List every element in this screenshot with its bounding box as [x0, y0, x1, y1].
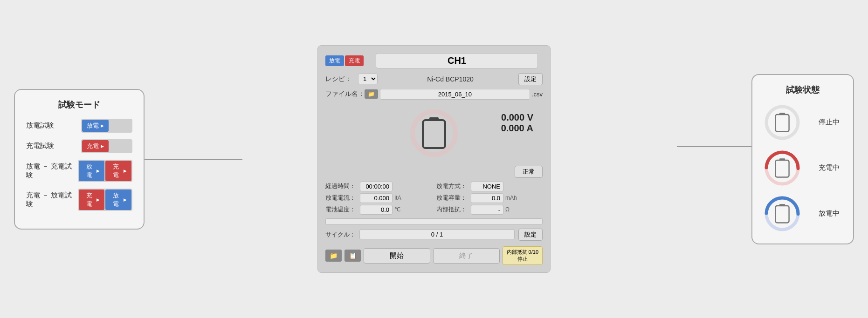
mode-label-charge: 充電試験 — [26, 142, 77, 150]
discharge-method-label: 放電方式： — [436, 182, 469, 190]
mode-label-charge-discharge: 充電 － 放電試験 — [26, 191, 78, 209]
charge-button-1[interactable]: 充電 — [82, 140, 109, 152]
discharge-button-1[interactable]: 放電 — [82, 120, 109, 132]
cycle-label: サイクル： — [325, 230, 356, 239]
voltage-current-display: 0.000 V 0.000 A — [501, 112, 533, 134]
mode-indicator: 放電 充電 — [325, 55, 364, 66]
svg-rect-5 — [775, 115, 789, 131]
recipe-label: レシピ： — [325, 75, 358, 83]
progress-bar — [325, 218, 543, 225]
folder-button-top[interactable]: 📁 — [365, 89, 378, 99]
left-panel: 試験モード 放電試験 放電 充電試験 充電 放電 － 充電試験 放電 充電 充電 — [14, 89, 145, 230]
status-label-discharging: 放電中 — [814, 209, 842, 218]
indicator-charge: 充電 — [345, 55, 364, 66]
right-panel: 試験状態 停止中 — [751, 74, 854, 244]
internal-resistance-row: 内部抵抗： - Ω — [436, 205, 543, 215]
discharge-button-3[interactable]: 放電 — [105, 189, 131, 210]
clipboard-button[interactable]: 📋 — [344, 250, 361, 262]
recipe-select[interactable]: 1 — [358, 74, 378, 84]
discharge-capacity-unit: mAh — [505, 195, 517, 201]
mode-buttons-discharge: 放電 — [81, 119, 132, 133]
left-panel-title: 試験モード — [26, 99, 132, 110]
battery-temp-value: 0.0 — [360, 205, 393, 215]
mode-buttons-discharge-charge: 放電 充電 — [78, 160, 132, 182]
discharge-current-unit: ItA — [394, 195, 401, 201]
status-battery-charging — [764, 149, 801, 187]
battery-temp-label: 電池温度： — [325, 205, 358, 214]
svg-rect-2 — [423, 120, 445, 148]
filename-row: ファイル名： 📁 .csv — [325, 89, 543, 100]
indicator-discharge: 放電 — [325, 55, 344, 66]
info-grid: 経過時間： 00:00:00 放電方式： NONE 放電電流： 0.000 It… — [325, 182, 543, 215]
main-container: 試験モード 放電試験 放電 充電試験 充電 放電 － 充電試験 放電 充電 充電 — [0, 0, 868, 318]
battery-area: 0.000 V 0.000 A — [325, 105, 543, 161]
recipe-row: レシピ： 1 Ni-Cd BCP1020 設定 — [325, 73, 543, 85]
mode-buttons-charge-discharge: 充電 放電 — [78, 189, 132, 211]
internal-resistance-button[interactable]: 内部抵抗 0/10停止 — [503, 246, 543, 265]
center-panel: 放電 充電 CH1 レシピ： 1 Ni-Cd BCP1020 設定 ファイル名：… — [317, 45, 551, 273]
start-button[interactable]: 開始 — [364, 248, 430, 264]
channel-title: CH1 — [376, 53, 538, 68]
recipe-name: Ni-Cd BCP1020 — [382, 75, 518, 83]
internal-resistance-label: 内部抵抗： — [436, 205, 469, 214]
status-label-idle: 停止中 — [814, 118, 842, 127]
status-button[interactable]: 正常 — [515, 166, 543, 178]
charging-battery-svg — [774, 158, 790, 178]
idle-battery-svg — [774, 113, 790, 132]
discharge-current-row: 放電電流： 0.000 ItA — [325, 193, 432, 203]
cycle-row: サイクル： 0 / 1 設定 — [325, 229, 543, 241]
mode-buttons-charge: 充電 — [81, 139, 132, 153]
filename-label: ファイル名： — [325, 90, 365, 98]
internal-resistance-value: - — [471, 205, 503, 215]
elapsed-time-row: 経過時間： 00:00:00 — [325, 182, 432, 191]
recipe-setting-button[interactable]: 設定 — [518, 73, 543, 85]
mode-label-discharge: 放電試験 — [26, 121, 77, 130]
charge-button-2[interactable]: 充電 — [105, 161, 131, 181]
cycle-value: 0 / 1 — [359, 230, 515, 239]
discharge-capacity-value: 0.0 — [471, 193, 503, 203]
battery-temp-unit: ℃ — [394, 206, 400, 213]
current-value: 0.000 A — [501, 123, 533, 134]
mode-row-discharge: 放電試験 放電 — [26, 119, 132, 133]
cycle-setting-button[interactable]: 設定 — [518, 229, 543, 241]
mode-row-charge-discharge: 充電 － 放電試験 充電 放電 — [26, 189, 132, 211]
discharging-battery-svg — [774, 204, 790, 223]
status-item-charging: 充電中 — [764, 149, 842, 187]
internal-resistance-unit: Ω — [505, 206, 510, 213]
mode-row-discharge-charge: 放電 － 充電試験 放電 充電 — [26, 160, 132, 182]
discharge-current-label: 放電電流： — [325, 194, 358, 202]
elapsed-time-value: 00:00:00 — [360, 182, 393, 191]
bottom-folder-button[interactable]: 📁 — [325, 250, 342, 262]
mode-row-charge: 充電試験 充電 — [26, 139, 132, 153]
svg-rect-13 — [775, 206, 789, 223]
elapsed-time-label: 経過時間： — [325, 182, 358, 190]
status-label-charging: 充電中 — [814, 163, 842, 172]
status-battery-idle — [764, 104, 801, 141]
discharge-method-value: NONE — [471, 182, 503, 191]
discharge-button-2[interactable]: 放電 — [79, 161, 105, 181]
end-button[interactable]: 終了 — [433, 248, 500, 264]
discharge-current-value: 0.000 — [360, 193, 393, 203]
battery-body-svg — [421, 117, 447, 149]
status-item-discharging: 放電中 — [764, 195, 842, 232]
status-area: 正常 — [325, 166, 543, 178]
battery-temp-row: 電池温度： 0.0 ℃ — [325, 205, 432, 215]
connector-left — [145, 159, 242, 160]
mode-label-discharge-charge: 放電 － 充電試験 — [26, 162, 78, 180]
connector-right — [677, 146, 751, 147]
svg-rect-9 — [775, 160, 789, 177]
bottom-buttons: 📁 📋 開始 終了 内部抵抗 0/10停止 — [325, 246, 543, 265]
status-battery-discharging — [764, 195, 801, 232]
status-item-idle: 停止中 — [764, 104, 842, 141]
discharge-capacity-label: 放電容量： — [436, 194, 469, 202]
right-panel-title: 試験状態 — [764, 84, 842, 95]
filename-input[interactable] — [380, 89, 530, 100]
voltage-value: 0.000 V — [501, 112, 533, 123]
discharge-method-row: 放電方式： NONE — [436, 182, 543, 191]
csv-extension: .csv — [532, 91, 543, 98]
battery-icon-container — [408, 108, 460, 159]
discharge-capacity-row: 放電容量： 0.0 mAh — [436, 193, 543, 203]
center-header: 放電 充電 CH1 — [325, 53, 543, 68]
charge-button-3[interactable]: 充電 — [79, 189, 105, 210]
